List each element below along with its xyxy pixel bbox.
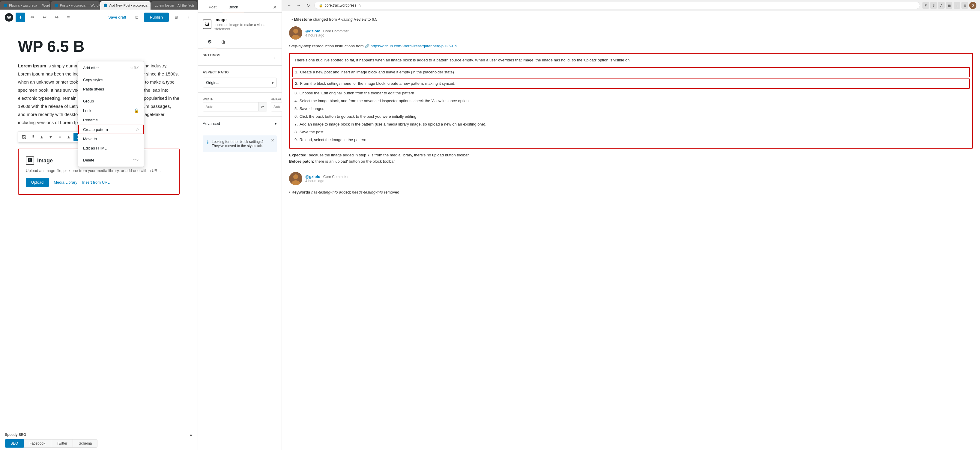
back-button[interactable]: ← xyxy=(285,2,293,9)
block-panel-close-button[interactable]: ✕ xyxy=(273,5,277,10)
tools-button[interactable]: ✏ xyxy=(28,13,37,22)
save-draft-button[interactable]: Save draft xyxy=(105,13,130,21)
block-image-button[interactable]: 🖼 xyxy=(19,133,28,141)
seo-tab-schema[interactable]: Schema xyxy=(73,439,97,448)
menu-lock[interactable]: Lock 🔒 xyxy=(78,106,144,115)
list-view-button[interactable]: ≡ xyxy=(64,13,73,22)
seo-tab-seo[interactable]: SEO xyxy=(5,439,24,448)
block-toolbar: 🖼 ⠿ ▲ ▼ ≡ ▲ ⋮ xyxy=(18,131,83,143)
menu-create-pattern[interactable]: Create pattern ◇ xyxy=(78,125,144,134)
user-2-name[interactable]: @gziolo xyxy=(305,174,320,179)
menu-copy-styles-label: Copy styles xyxy=(83,78,103,82)
block-transform-button[interactable]: ⠿ xyxy=(29,133,37,141)
step-4: 4. Select the image block, and from the … xyxy=(294,98,967,104)
step-1-num: 1. xyxy=(295,69,298,76)
comment-1-intro: Step-by-step reproduction instructions f… xyxy=(289,43,973,49)
trac-panel: ← → ↻ 🔒 core.trac.wordpress ☆ P S A ▦ ↓ … xyxy=(282,0,980,450)
post-title[interactable]: WP 6.5 B xyxy=(18,37,180,56)
ext-icon-6[interactable]: ⊟ xyxy=(961,2,968,9)
browser-tab-2[interactable]: Posts • wpcoreqa — WordPress xyxy=(51,1,100,10)
menu-add-after-shortcut: ⌥⌘Y xyxy=(130,66,139,70)
browser-tab-3[interactable]: Add New Post • wpcoreqa — W... xyxy=(100,1,151,10)
ext-icon-3[interactable]: A xyxy=(938,2,945,9)
menu-divider-2 xyxy=(78,95,144,95)
keywords-label: Keywords xyxy=(291,190,310,195)
settings-tab-gear[interactable]: ⚙ xyxy=(203,36,216,48)
view-button[interactable]: ⊡ xyxy=(132,13,142,22)
aspect-ratio-select[interactable]: Original xyxy=(203,78,277,87)
info-box-text: Looking for other block settings? They'v… xyxy=(212,139,273,148)
menu-add-after[interactable]: Add after ⌥⌘Y xyxy=(78,63,144,73)
step-1-text: Create a new post and insert an image bl… xyxy=(300,69,454,76)
ext-icon-4[interactable]: ▦ xyxy=(946,2,952,9)
user-1-name[interactable]: @gziolo xyxy=(305,29,320,33)
options-menu-button[interactable]: ⋮ xyxy=(183,13,193,22)
block-align-center-button[interactable]: ▲ xyxy=(64,133,73,141)
seo-tab-twitter[interactable]: Twitter xyxy=(51,439,73,448)
github-link[interactable]: https://github.com/WordPress/gutenberg/p… xyxy=(371,44,457,48)
menu-copy-styles[interactable]: Copy styles xyxy=(78,75,144,84)
editor-main[interactable]: WP 6.5 B Lorem Ipsum is simply dummy tex… xyxy=(0,25,197,430)
expected-text: Expected: because the image added in ste… xyxy=(289,152,973,165)
address-bar[interactable]: 🔒 core.trac.wordpress ☆ xyxy=(314,2,920,9)
avatar-2 xyxy=(289,172,302,185)
settings-toggle-button[interactable]: ⊞ xyxy=(171,13,181,22)
menu-rename[interactable]: Rename xyxy=(78,115,144,125)
trac-browser-chrome: ← → ↻ 🔒 core.trac.wordpress ☆ P S A ▦ ↓ … xyxy=(282,0,980,11)
upload-button[interactable]: Upload xyxy=(26,177,49,187)
browser-tab-4[interactable]: Lorem Ipsum – All the facts – Li... xyxy=(151,1,197,10)
step-3: 3. Choose the 'Edit original' button fro… xyxy=(294,90,967,97)
insert-url-button[interactable]: Insert from URL xyxy=(82,180,110,185)
browser-tab-1[interactable]: Plugins • wpcoreqa — WordPre... xyxy=(0,1,50,10)
image-block-buttons: Upload Media Library Insert from URL xyxy=(26,177,172,187)
comment-1-user-info: @gziolo Core Committer 4 hours ago xyxy=(305,29,349,38)
expected-label: Expected: xyxy=(289,153,308,157)
menu-edit-html-label: Edit as HTML xyxy=(83,146,107,151)
width-input[interactable] xyxy=(203,103,258,111)
block-align-left-button[interactable]: ≡ xyxy=(56,133,64,141)
settings-section: Settings ⋮ xyxy=(198,49,282,66)
undo-button[interactable]: ↩ xyxy=(40,13,49,22)
repro-steps: 1. Create a new post and insert an image… xyxy=(294,67,967,144)
menu-delete[interactable]: Delete ⌃⌥Z xyxy=(78,155,144,165)
info-box-close-button[interactable]: ✕ xyxy=(271,138,274,143)
menu-edit-html[interactable]: Edit as HTML xyxy=(78,144,144,153)
step-2: 2. From the block settings menu for the … xyxy=(292,79,970,89)
ext-icon-2[interactable]: S xyxy=(930,2,937,9)
trac-content: • Milestone changed from Awaiting Review… xyxy=(282,11,980,450)
menu-paste-styles[interactable]: Paste styles xyxy=(78,84,144,94)
settings-tab-styles[interactable]: ◑ xyxy=(216,36,230,48)
tab-block[interactable]: Block xyxy=(223,2,244,12)
keywords-added-action: added; xyxy=(339,190,351,195)
trac-comment-2: @gziolo Core Committer 4 hours ago • Key… xyxy=(289,172,973,195)
menu-paste-styles-label: Paste styles xyxy=(83,87,104,91)
forward-button[interactable]: → xyxy=(295,2,302,9)
publish-button[interactable]: Publish xyxy=(144,13,169,22)
reload-button[interactable]: ↻ xyxy=(305,2,312,9)
seo-collapse-icon[interactable]: ▲ xyxy=(189,433,193,437)
seo-tab-facebook[interactable]: Facebook xyxy=(24,439,51,448)
advanced-toggle[interactable]: Advanced ▾ xyxy=(203,121,277,126)
svg-point-1 xyxy=(293,29,298,33)
menu-group[interactable]: Group xyxy=(78,97,144,106)
before-label: Before patch: xyxy=(289,159,314,163)
block-move-down-button[interactable]: ▼ xyxy=(46,133,55,141)
menu-move-to[interactable]: Move to xyxy=(78,134,144,144)
media-library-button[interactable]: Media Library xyxy=(54,180,77,185)
menu-move-to-label: Move to xyxy=(83,136,97,141)
redo-button[interactable]: ↪ xyxy=(52,13,61,22)
tab-post[interactable]: Post xyxy=(203,2,223,12)
image-block-icon: 🖼 xyxy=(26,156,34,165)
settings-more-icon[interactable]: ⋮ xyxy=(273,55,277,59)
block-move-up-button[interactable]: ▲ xyxy=(38,133,46,141)
menu-delete-label: Delete xyxy=(83,158,94,162)
user-avatar[interactable]: G xyxy=(969,2,977,9)
width-group: WIDTH px xyxy=(203,97,267,111)
add-block-button[interactable]: + xyxy=(16,13,25,22)
ext-icon-5[interactable]: ↓ xyxy=(954,2,960,9)
info-icon: ℹ xyxy=(207,139,209,145)
step-4-text: Select the image block, and from the adv… xyxy=(299,98,469,104)
advanced-section: Advanced ▾ xyxy=(198,117,282,131)
ext-icon-1[interactable]: P xyxy=(923,2,929,9)
menu-group-label: Group xyxy=(83,99,94,103)
